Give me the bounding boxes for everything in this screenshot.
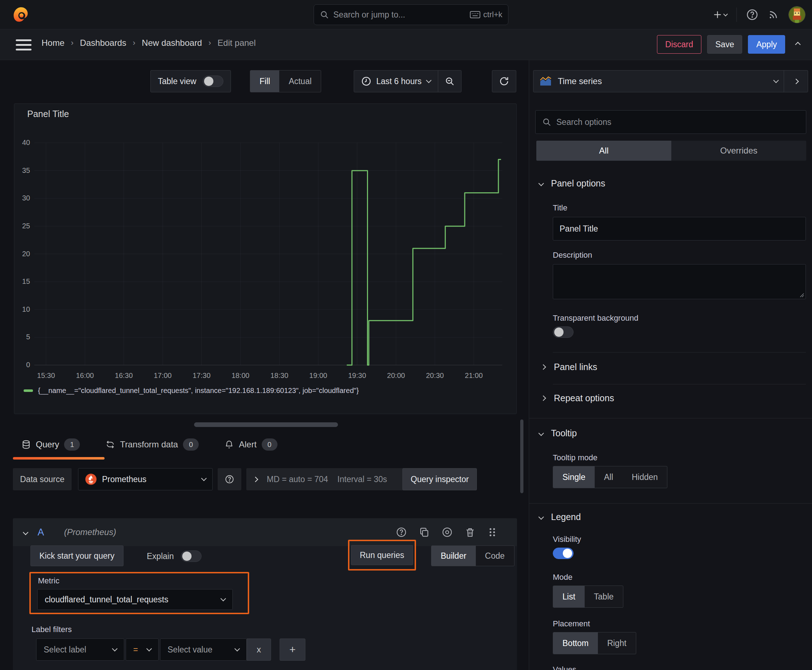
explain-toggle[interactable] (181, 550, 202, 562)
legend-mode-table[interactable]: Table (585, 586, 623, 607)
chart-panel[interactable]: Panel Title 0510152025303540 15:3016:001… (14, 103, 517, 414)
x-axis-tick: 18:00 (226, 372, 255, 380)
legend-placement-label: Placement (553, 619, 590, 628)
legend-placement-bottom[interactable]: Bottom (553, 633, 598, 654)
search-icon (542, 117, 551, 127)
code-option[interactable]: Code (476, 546, 514, 566)
breadcrumb-dashboards[interactable]: Dashboards (80, 38, 126, 48)
question-circle-icon (746, 8, 758, 21)
tooltip-all[interactable]: All (595, 466, 622, 488)
metric-value: cloudflared_tunnel_total_requests (45, 595, 168, 604)
query-stats: MD = auto = 704 Interval = 30s (246, 468, 407, 490)
tooltip-hidden[interactable]: Hidden (622, 466, 667, 488)
tab-alert[interactable]: Alert 0 (224, 438, 277, 451)
panel-description-textarea[interactable] (553, 264, 806, 299)
fill-option[interactable]: Fill (250, 71, 279, 92)
tab-overrides[interactable]: Overrides (671, 140, 806, 161)
operator-dropdown[interactable]: = (125, 638, 159, 661)
x-axis-tick: 16:30 (110, 372, 138, 380)
refresh-button[interactable] (492, 70, 516, 92)
datasource-name: Prometheus (102, 475, 197, 484)
chevron-down-icon (539, 431, 544, 436)
search-icon (320, 10, 329, 19)
discard-button[interactable]: Discard (657, 35, 701, 54)
chart-legend[interactable]: {__name__="cloudflared_tunnel_total_requ… (24, 387, 359, 395)
builder-option[interactable]: Builder (431, 546, 476, 566)
collapse-header-icon[interactable] (795, 42, 801, 47)
tab-query[interactable]: Query 1 (22, 438, 80, 451)
duplicate-query-icon[interactable] (419, 527, 430, 538)
query-datasource-hint: (Prometheus) (64, 527, 116, 537)
collapse-query-icon[interactable] (23, 530, 29, 535)
menu-toggle-button[interactable] (16, 39, 32, 51)
toggle-visibility-icon[interactable] (442, 527, 453, 538)
tab-transform-data[interactable]: Transform data 0 (106, 438, 199, 451)
x-axis-tick: 19:30 (343, 372, 371, 380)
plus-icon (712, 10, 722, 20)
metric-select[interactable]: cloudflared_tunnel_total_requests (37, 589, 233, 610)
add-filter-button[interactable]: + (280, 638, 305, 661)
apply-button[interactable]: Apply (748, 35, 785, 54)
kick-start-query-button[interactable]: Kick start your query (31, 545, 124, 566)
collapse-options-button[interactable] (784, 71, 808, 92)
table-view-control: Table view (150, 70, 231, 92)
panel-options-header[interactable]: Panel options (539, 178, 605, 189)
metric-highlight: Metric cloudflared_tunnel_total_requests (29, 572, 249, 614)
remove-filter-button[interactable]: x (247, 638, 271, 661)
label-filters-label: Label filters (32, 625, 72, 634)
chevron-down-icon (425, 78, 431, 83)
legend-series-label: {__name__="cloudflared_tunnel_total_requ… (38, 387, 359, 395)
user-avatar[interactable] (788, 6, 805, 23)
refresh-icon (499, 76, 509, 86)
global-search[interactable]: Search or jump to... ctrl+k (314, 4, 509, 25)
keyboard-icon (470, 11, 480, 19)
tooltip-single[interactable]: Single (553, 466, 595, 488)
x-axis-tick: 16:00 (71, 372, 99, 380)
time-range-picker[interactable]: Last 6 hours (354, 71, 438, 92)
transparent-background-toggle[interactable] (553, 327, 573, 338)
news-button[interactable] (768, 9, 779, 20)
legend-placement-right[interactable]: Right (598, 633, 636, 654)
x-axis-tick: 17:30 (187, 372, 216, 380)
run-queries-button[interactable]: Run queries (351, 545, 413, 565)
panel-links-header[interactable]: Panel links (541, 362, 597, 372)
new-menu-button[interactable] (712, 10, 727, 20)
query-inspector-button[interactable]: Query inspector (402, 468, 477, 490)
select-value-dropdown[interactable]: Select value (160, 638, 247, 661)
chevron-down-icon (539, 514, 544, 520)
nav-divider (736, 7, 737, 22)
grafana-logo[interactable] (12, 6, 30, 24)
search-options-input[interactable]: Search options (535, 110, 806, 134)
chevron-right-icon (541, 396, 546, 401)
visualization-select[interactable]: Time series (534, 71, 784, 92)
description-label: Description (553, 250, 592, 260)
datasource-picker[interactable]: Prometheus (78, 468, 213, 490)
actual-option[interactable]: Actual (279, 71, 321, 92)
zoom-out-button[interactable] (438, 71, 461, 92)
help-button[interactable] (746, 8, 758, 21)
drag-query-icon[interactable] (488, 527, 497, 538)
table-view-toggle[interactable] (203, 76, 224, 87)
legend-header[interactable]: Legend (539, 512, 581, 522)
chevron-right-icon (541, 364, 546, 370)
breadcrumb-new-dashboard[interactable]: New dashboard (142, 38, 202, 48)
datasource-help-button[interactable] (218, 468, 241, 490)
y-axis-tick: 20 (14, 250, 30, 258)
legend-visibility-toggle[interactable] (553, 548, 573, 559)
tooltip-header[interactable]: Tooltip (539, 428, 577, 438)
save-button[interactable]: Save (707, 35, 742, 54)
select-label-dropdown[interactable]: Select label (36, 638, 124, 661)
explain-label: Explain (147, 552, 174, 561)
query-help-icon[interactable] (396, 527, 407, 538)
legend-mode-list[interactable]: List (553, 586, 585, 607)
query-row-header[interactable]: A (Prometheus) (13, 518, 517, 546)
pane-resize-handle[interactable] (194, 422, 338, 427)
editor-tabs: Query 1 Transform data 0 Alert 0 (0, 428, 521, 461)
chevron-down-icon (234, 646, 240, 652)
expand-stats-icon[interactable] (253, 476, 258, 482)
breadcrumb-home[interactable]: Home (42, 38, 64, 48)
delete-query-icon[interactable] (465, 527, 475, 538)
repeat-options-header[interactable]: Repeat options (541, 393, 614, 403)
tab-all[interactable]: All (536, 140, 671, 161)
panel-title-input[interactable]: Panel Title (553, 217, 806, 240)
